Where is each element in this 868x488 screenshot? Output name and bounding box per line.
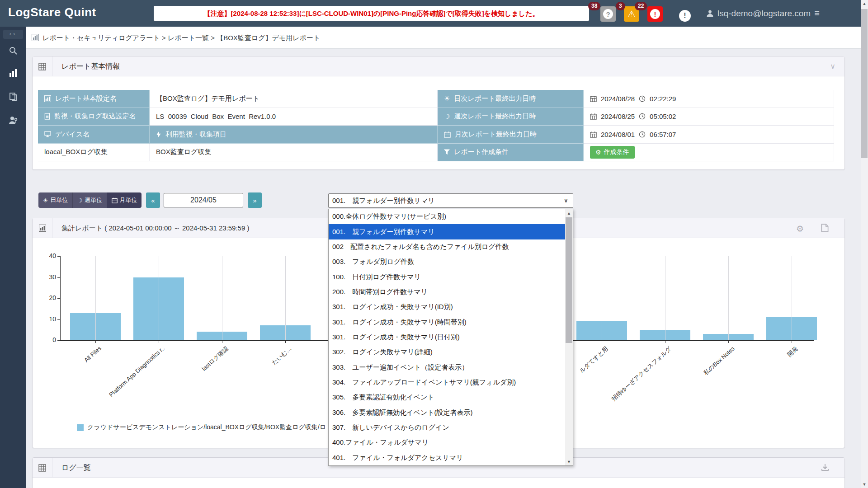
page-scrollbar[interactable]: ▲ ▼ [861, 0, 868, 488]
scrollbar-thumb[interactable] [861, 9, 868, 158]
x-axis-tick [728, 341, 729, 343]
moon-icon: ☽ [444, 113, 450, 121]
alert-banner[interactable]: 【注意】[2024-08-28 12:52:33]に[LSC-CLOUD-WIN… [154, 6, 589, 21]
exclamation-icon: ! [650, 9, 660, 19]
period-unit-group: ☀日単位 ☽週単位 月単位 [38, 192, 142, 208]
report-option[interactable]: 002 配置されたフォルダ名も含めたファイル別ログ件数 [329, 239, 573, 254]
y-axis-tick [57, 340, 60, 341]
report-option[interactable]: 000.全体ログ件数サマリ(サービス別) [329, 209, 573, 224]
table-grid-icon [33, 458, 52, 478]
creation-condition-button[interactable]: ⚙ 作成条件 [590, 146, 635, 159]
weekly-report-value-cell: 2024/08/25 05:05:02 [584, 108, 834, 126]
report-option[interactable]: 003. フォルダ別ログ件数 [329, 254, 573, 269]
previous-period-button[interactable]: « [146, 192, 160, 208]
legend-swatch-icon [77, 424, 84, 431]
scroll-down-icon[interactable]: ▼ [861, 481, 868, 488]
sidebar-collapse-toggle[interactable]: ‹› [3, 30, 23, 39]
search-icon[interactable] [8, 45, 19, 56]
help-notifications-button[interactable]: ? [600, 6, 616, 22]
monthly-report-label-cell: 月次レポート最終出力日時 [438, 126, 584, 144]
warning-count-badge: 3 [616, 2, 625, 10]
next-period-button[interactable]: » [248, 192, 262, 208]
user-management-nav-icon[interactable] [8, 115, 19, 126]
legend-label: クラウドサービスデモンストレーション/loacal_BOXログ収集/BOX監査ロ… [87, 423, 326, 432]
user-icon [706, 9, 714, 17]
chart-settings-gear-icon[interactable]: ⚙ [796, 224, 804, 234]
dropdown-scrollbar-thumb[interactable] [566, 217, 572, 343]
calendar-icon [590, 131, 597, 138]
period-input[interactable] [164, 193, 243, 207]
base-name-value-cell: 【BOX監査ログ】デモ用レポート [150, 90, 438, 108]
y-axis [60, 256, 61, 341]
usage-label-cell: 利用監視・収集項目 [150, 126, 438, 144]
import-setting-label-cell: 監視・収集ログ取込設定名 [38, 108, 150, 126]
report-option[interactable]: 100. 日付別ログ件数サマリ [329, 269, 573, 284]
scroll-down-icon[interactable]: ▼ [565, 458, 573, 465]
app-header: LogStare Quint 【注意】[2024-08-28 12:52:33]… [0, 0, 868, 27]
base-name-label-cell: レポート基本設定名 [38, 90, 150, 108]
gridline [792, 256, 792, 340]
breadcrumb[interactable]: レポート・セキュリティログアラート > レポート一覧 > 【BOX監査ログ】デモ… [42, 27, 320, 49]
y-axis-tick [57, 277, 60, 278]
documents-nav-icon[interactable] [8, 91, 19, 102]
report-type-select[interactable]: 001. 親フォルダー別件数サマリ ∨ [328, 193, 573, 208]
condition-label-cell: レポート作成条件 [438, 144, 584, 162]
import-setting-value-cell: LS_00039_Cloud_Box_Event_Rev1.0.0 [150, 108, 438, 126]
report-option[interactable]: 307. 新しいデバイスからのログイン [329, 420, 573, 435]
y-axis-tick-label: 30 [41, 273, 56, 281]
y-axis-tick-label: 0 [41, 336, 56, 343]
device-value-cell: loacal_BOXログ収集 [38, 144, 150, 162]
report-option[interactable]: 301. ログイン成功・失敗サマリ(日付別) [329, 330, 573, 345]
report-option[interactable]: 001. 親フォルダー別件数サマリ [329, 224, 573, 239]
download-icon[interactable] [821, 463, 829, 473]
gridline [665, 256, 665, 340]
pdf-export-icon[interactable] [821, 224, 829, 234]
collapse-chevron-icon[interactable]: ∨ [830, 62, 835, 70]
summary-report-title: 集計レポート ( 2024-05-01 00:00:00 ～ 2024-05-3… [61, 218, 249, 238]
sun-icon: ☀ [43, 197, 48, 204]
y-axis-tick-label: 20 [41, 294, 56, 301]
calendar-icon [590, 95, 597, 102]
report-option[interactable]: 301. ログイン成功・失敗サマリ(ID別) [329, 300, 573, 314]
monthly-unit-button[interactable]: 月単位 [107, 192, 142, 208]
scroll-up-icon[interactable]: ▲ [861, 0, 868, 7]
report-option[interactable]: 306. 多要素認証無効化イベント(設定者表示) [329, 405, 573, 420]
file-icon [44, 113, 50, 120]
x-axis-tick [285, 341, 286, 343]
weekly-unit-button[interactable]: ☽週単位 [73, 192, 107, 208]
gridline [95, 256, 96, 340]
report-option[interactable]: 400.ファイル・フォルダサマリ [329, 435, 573, 450]
chart-icon [33, 218, 52, 238]
x-axis-tick [792, 341, 792, 343]
user-account[interactable]: lsq-demo@logstare.com ≡ [706, 0, 820, 27]
weekly-report-label-cell: ☽ 週次レポート最終出力日時 [438, 108, 584, 126]
reports-nav-icon[interactable] [8, 68, 19, 79]
report-option[interactable]: 305. 多要素認証有効化イベント [329, 390, 573, 405]
gridline [728, 256, 729, 340]
error-notifications-button[interactable]: ! [647, 6, 663, 22]
report-option[interactable]: 401. ファイル・フォルダアクセスサマリ [329, 450, 573, 465]
x-axis-tick [222, 341, 222, 343]
daily-unit-button[interactable]: ☀日単位 [38, 192, 73, 208]
x-axis-category-label: たいむ… [270, 345, 293, 367]
report-option[interactable]: 302. ログイン失敗サマリ(詳細) [329, 345, 573, 360]
user-email: lsq-demo@logstare.com [717, 9, 811, 19]
info-status-icon[interactable]: ! [679, 10, 691, 22]
chart-legend[interactable]: クラウドサービスデモンストレーション/loacal_BOXログ収集/BOX監査ロ… [77, 423, 326, 432]
clock-icon [639, 131, 646, 138]
report-option[interactable]: 303. ユーザー追加イベント（設定者表示） [329, 360, 573, 375]
gridline [285, 256, 286, 340]
app-title: LogStare Quint [8, 5, 96, 19]
chevron-down-icon: ∨ [564, 197, 568, 204]
report-option[interactable]: 304. ファイルアップロードイベントサマリ(親フォルダ別) [329, 375, 573, 390]
user-menu-icon[interactable]: ≡ [814, 8, 820, 19]
y-axis-tick-label: 40 [41, 252, 56, 259]
daily-report-value-cell: 2024/08/28 02:22:29 [584, 90, 834, 108]
x-axis-category-label: All Files [83, 345, 103, 364]
dropdown-scrollbar[interactable]: ▲ ▼ [565, 209, 573, 465]
report-option[interactable]: 301. ログイン成功・失敗サマリ(時間帯別) [329, 314, 573, 329]
x-axis-tick [159, 341, 159, 343]
report-option[interactable]: 200. 時間帯別ログ件数サマリ [329, 285, 573, 300]
scroll-up-icon[interactable]: ▲ [565, 209, 573, 217]
x-axis-tick [602, 341, 602, 343]
